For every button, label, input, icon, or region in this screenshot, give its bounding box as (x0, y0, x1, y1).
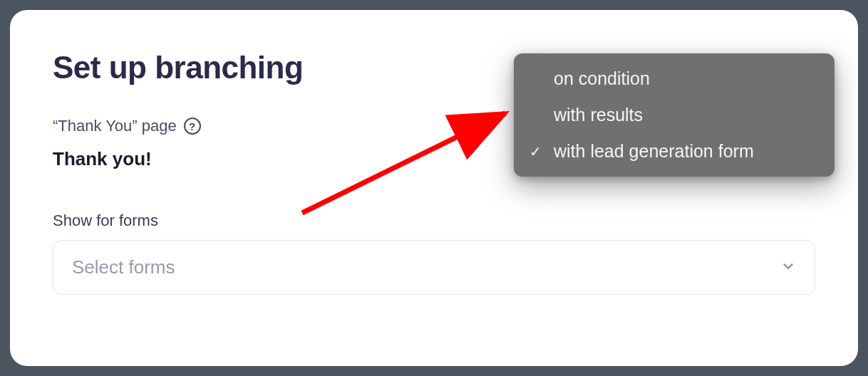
dropdown-item-with-lead-generation-form[interactable]: ✓ with lead generation form (514, 133, 835, 169)
select-forms-placeholder: Select forms (72, 256, 175, 278)
dropdown-item-label: with lead generation form (554, 141, 754, 161)
options-dropdown-menu: on condition with results ✓ with lead ge… (514, 53, 835, 177)
select-forms-dropdown[interactable]: Select forms (53, 240, 815, 295)
show-for-forms-label: Show for forms (53, 212, 815, 230)
dropdown-item-label: on condition (554, 68, 650, 88)
page-label: “Thank You” page (53, 117, 177, 135)
branching-panel: Set up branching “Thank You” page ? Than… (10, 10, 858, 366)
help-icon[interactable]: ? (184, 118, 201, 135)
chevron-down-icon (780, 258, 796, 277)
dropdown-item-with-results[interactable]: with results (514, 97, 835, 133)
dropdown-item-label: with results (554, 105, 643, 125)
dropdown-item-on-condition[interactable]: on condition (514, 61, 835, 97)
check-icon: ✓ (529, 142, 542, 162)
